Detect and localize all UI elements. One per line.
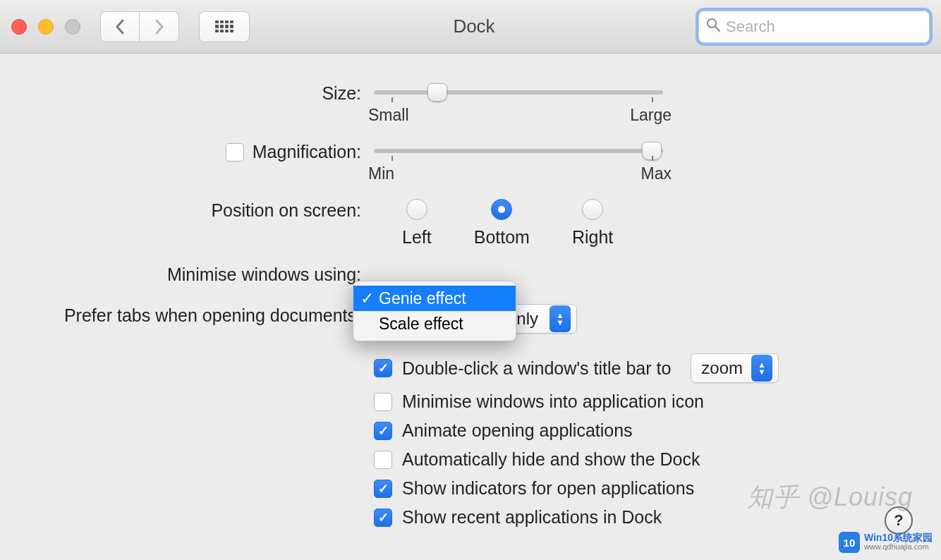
minimize-effect-dropdown: ✓ Genie effect Scale effect: [353, 281, 516, 341]
check-icon: ✓: [360, 289, 373, 308]
toolbar: Dock: [0, 0, 941, 54]
show-all-button[interactable]: [199, 11, 250, 42]
svg-point-0: [708, 19, 716, 28]
animate-opening-label: Animate opening applications: [402, 420, 633, 441]
position-left-radio[interactable]: [406, 199, 427, 220]
position-label: Position on screen:: [0, 199, 361, 221]
search-field[interactable]: [698, 11, 930, 43]
dropdown-item-label: Genie effect: [379, 289, 466, 308]
magnification-label: Magnification:: [253, 142, 361, 162]
magnification-slider[interactable]: Min Max: [374, 149, 663, 183]
up-down-chevron-icon: ▲▼: [751, 355, 772, 382]
search-icon: [706, 18, 720, 35]
double-click-action-select[interactable]: zoom ▲▼: [691, 353, 779, 383]
close-button[interactable]: [11, 19, 27, 35]
show-recent-checkbox[interactable]: ✓: [374, 509, 392, 527]
search-input[interactable]: [726, 18, 922, 36]
svg-line-1: [715, 27, 720, 31]
auto-hide-checkbox[interactable]: [374, 451, 392, 469]
show-indicators-checkbox[interactable]: ✓: [374, 480, 392, 498]
minimize-effect-label: Minimise windows using:: [0, 263, 361, 285]
auto-hide-label: Automatically hide and show the Dock: [402, 449, 700, 470]
position-bottom-label: Bottom: [474, 227, 530, 248]
window-controls: [11, 19, 90, 35]
position-radio-group: Left Bottom Right: [374, 199, 941, 248]
position-bottom-radio[interactable]: [491, 199, 512, 220]
window-title: Dock: [260, 16, 688, 37]
dropdown-item-scale[interactable]: Scale effect: [353, 311, 516, 336]
minimise-into-app-checkbox[interactable]: [374, 393, 392, 411]
show-indicators-label: Show indicators for open applications: [402, 478, 694, 499]
size-slider[interactable]: Small Large: [374, 90, 663, 125]
nav-buttons: [100, 11, 179, 42]
minimize-button[interactable]: [38, 19, 54, 35]
minimise-into-app-label: Minimise windows into application icon: [402, 391, 704, 412]
magnification-checkbox[interactable]: [226, 143, 244, 162]
back-button[interactable]: [100, 11, 140, 42]
site-badge-icon: 10: [839, 532, 860, 553]
help-button[interactable]: ?: [885, 506, 913, 535]
animate-opening-checkbox[interactable]: ✓: [374, 422, 392, 440]
position-right-radio[interactable]: [582, 199, 603, 220]
size-label: Size:: [0, 82, 361, 104]
maximize-button[interactable]: [65, 19, 80, 35]
dropdown-item-label: Scale effect: [379, 315, 463, 334]
chevron-right-icon: [154, 19, 164, 35]
chevron-left-icon: [115, 19, 125, 35]
site-url: www.qdhuajia.com: [864, 542, 933, 552]
position-left-label: Left: [402, 227, 432, 248]
dropdown-item-genie[interactable]: ✓ Genie effect: [353, 286, 516, 311]
forward-button[interactable]: [140, 11, 179, 42]
grid-icon: [215, 20, 233, 33]
show-recent-label: Show recent applications in Dock: [402, 507, 662, 528]
site-watermark: 10 Win10系统家园 www.qdhuajia.com: [839, 532, 933, 553]
position-right-label: Right: [572, 227, 613, 248]
magnification-max-label: Max: [641, 164, 672, 183]
double-click-checkbox[interactable]: ✓: [374, 359, 392, 377]
double-click-action-value: zoom: [701, 358, 743, 378]
up-down-chevron-icon: ▲▼: [550, 305, 571, 332]
double-click-label: Double-click a window's title bar to: [402, 358, 671, 379]
prefer-tabs-label: Prefer tabs when opening documents:: [0, 304, 361, 326]
size-min-label: Small: [368, 106, 409, 125]
size-max-label: Large: [630, 106, 672, 125]
magnification-min-label: Min: [368, 164, 394, 183]
